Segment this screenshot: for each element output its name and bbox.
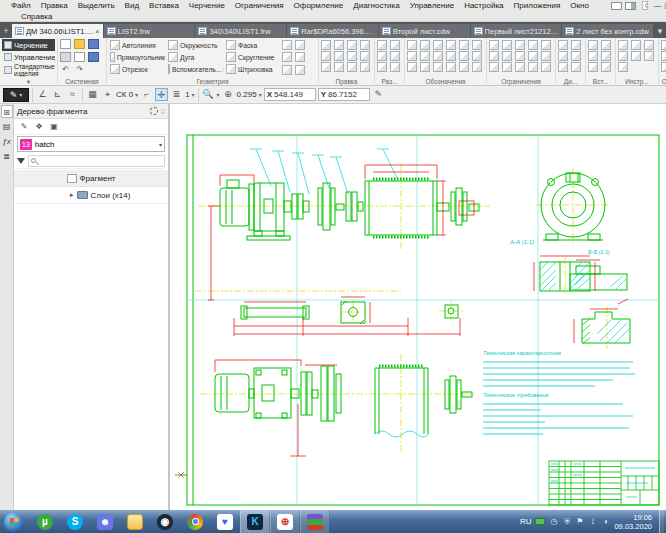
window-split-icon[interactable] [625,2,636,10]
tool-icon[interactable] [601,62,611,72]
taskbar-kompas-icon[interactable]: K [240,510,270,533]
menu-settings[interactable]: Настройка [459,1,508,10]
minimize-button[interactable]: — [653,1,662,10]
tool-icon[interactable] [631,51,641,61]
tool-icon[interactable] [334,40,344,50]
tool-icon[interactable] [541,51,551,61]
tool-icon[interactable] [347,40,357,50]
mode-tab-drawing[interactable]: Черчение [2,39,55,51]
tray-network-icon[interactable]: ⟟ [588,517,597,526]
new-document-icon[interactable] [60,39,71,49]
tool-icon[interactable] [446,51,456,61]
zoom-target-icon[interactable]: ⊕ [222,88,235,101]
tool-icon[interactable] [347,62,357,72]
variables-panel-icon[interactable]: ƒx [1,135,13,148]
tool-icon[interactable] [502,40,512,50]
modes-collapse-chevron[interactable]: ▾ [0,77,57,86]
tool-icon[interactable] [347,51,357,61]
tool-icon[interactable] [407,40,417,50]
tray-flag-icon[interactable]: ⚑ [575,517,584,526]
tool-icon[interactable] [489,40,499,50]
new-tab-button[interactable]: + [0,25,12,38]
tool-icon[interactable] [588,51,598,61]
menu-file[interactable]: Файл [6,1,36,10]
tool-icon[interactable] [446,40,456,50]
tab-2-sheet-no-control[interactable]: 2 лист без контр.cdw [562,24,653,38]
zoom-tool-icon[interactable]: 🔍 [202,88,215,101]
grid-toggle-icon[interactable]: ▦ [86,88,99,101]
tool-icon[interactable] [321,62,331,72]
tool-icon[interactable] [334,51,344,61]
menu-select[interactable]: Выделить [73,1,120,10]
print-preview-icon[interactable] [74,52,85,62]
drawing-canvas[interactable]: А-А (1:1) Б-Б (1:1) Техническая характер… [170,104,664,510]
tool-icon[interactable] [601,40,611,50]
tool-icon[interactable] [295,65,305,75]
tree-search-input[interactable] [28,155,165,167]
tool-icon[interactable] [407,51,417,61]
tool-icon[interactable] [433,62,443,72]
tool-icon[interactable] [390,40,400,50]
cs-dropdown-icon[interactable]: ▾ [135,91,138,98]
rounding-icon[interactable]: ≈ [66,88,79,101]
taskbar-skype-icon[interactable]: S [60,510,90,533]
snap-angle-icon[interactable]: ∠ [36,88,49,101]
snap-toggle-icon[interactable]: ✛ [155,88,168,101]
tool-icon[interactable] [360,51,370,61]
tool-icon[interactable] [528,40,538,50]
layer-dropdown-icon[interactable]: ▾ [192,91,195,98]
menu-help[interactable]: Справка [16,12,57,21]
mode-tab-standard-parts[interactable]: Стандартные изделия [2,63,55,77]
tool-icon[interactable] [420,62,430,72]
tree-root-row[interactable]: Фрагмент [14,170,168,187]
tool-icon[interactable] [502,62,512,72]
tab-close-icon[interactable]: × [95,27,100,36]
tool-icon[interactable] [295,52,305,62]
funnel-icon[interactable] [17,158,25,164]
redo-icon[interactable]: ↷ [74,65,85,75]
cs-icon[interactable]: ⌖ [101,88,114,101]
tool-icon[interactable] [618,40,628,50]
tool-icon[interactable] [588,62,598,72]
tool-icon[interactable] [377,62,387,72]
tool-icon[interactable] [489,62,499,72]
tool-icon[interactable] [571,40,581,50]
tool-icon[interactable] [541,62,551,72]
pen-style-icon[interactable]: ✎ [372,88,385,101]
menu-edit[interactable]: Правка [36,1,73,10]
tool-icon[interactable] [321,51,331,61]
tab-list2[interactable]: LIST2.frw [104,24,195,38]
tool-icon[interactable] [558,51,568,61]
tool-icon[interactable] [282,65,292,75]
tool-icon[interactable] [446,62,456,72]
tool-icon[interactable] [459,40,469,50]
tool-icon[interactable] [661,51,666,61]
segment-button[interactable]: Отрезок [109,63,166,75]
zoom-dropdown-icon[interactable]: ▾ [259,91,262,98]
taskbar-heart-app-icon[interactable]: ♥ [210,510,240,533]
tool-icon[interactable] [571,51,581,61]
menu-management[interactable]: Управление [405,1,459,10]
tool-icon[interactable] [558,40,568,50]
language-indicator[interactable]: RU [520,517,532,526]
save-all-icon[interactable] [88,52,99,62]
taskbar-chrome-icon[interactable] [180,510,210,533]
tray-clock-icon[interactable]: ◷ [549,517,558,526]
tab-first-sheet[interactable]: Первый лист212121... [471,24,562,38]
tab-second-sheet[interactable]: Второй лист.cdw [379,24,470,38]
tool-icon[interactable] [360,40,370,50]
taskbar-steam-icon[interactable]: ◉ [150,510,180,533]
tray-shield-icon[interactable]: ⛨ [562,517,571,526]
tool-icon[interactable] [472,51,482,61]
tool-icon[interactable] [644,51,654,61]
tool-icon[interactable] [334,62,344,72]
style-pencil-button[interactable]: ✎ ▾ [3,88,29,102]
tree-panel-icon[interactable]: ⊞ [1,105,13,118]
menu-layout[interactable]: Оформление [289,1,349,10]
zoom-value[interactable]: 0.295 [237,90,257,99]
taskbar-kompas-doc-icon[interactable]: ⊕ [270,510,300,533]
tool-icon[interactable] [472,62,482,72]
construction-line-button[interactable]: Вспомогатель... прямая [167,63,224,75]
expander-icon[interactable]: ▸ [70,191,74,199]
arc-button[interactable]: Дуга [167,51,224,63]
